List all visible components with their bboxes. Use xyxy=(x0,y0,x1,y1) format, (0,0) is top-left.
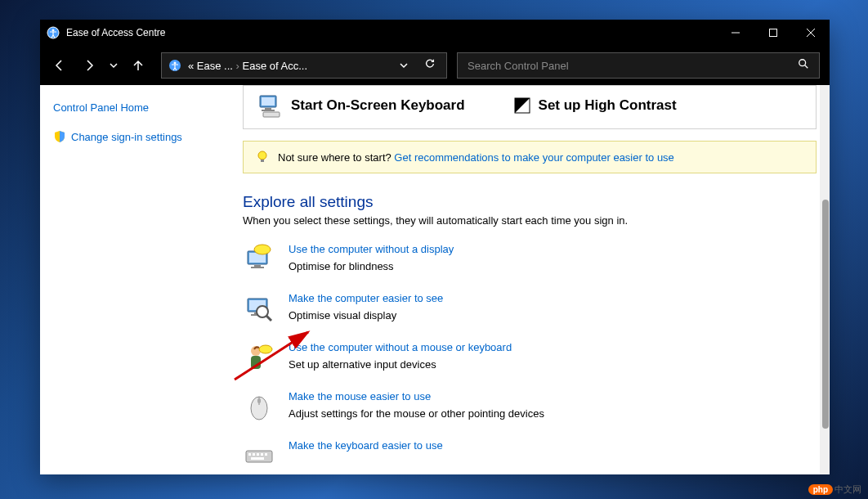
scroll-thumb[interactable] xyxy=(822,200,829,429)
sidebar: Control Panel Home Change sign-in settin… xyxy=(40,85,230,474)
svg-rect-38 xyxy=(257,453,259,456)
lightbulb-icon xyxy=(255,150,270,164)
monitor-magnifier-icon xyxy=(243,292,275,325)
setting-sub: Optimise for blindness xyxy=(289,260,454,272)
svg-rect-36 xyxy=(248,453,251,456)
search-input[interactable] xyxy=(468,60,798,72)
svg-point-1 xyxy=(52,29,55,32)
setting-sub: Set up alternative input devices xyxy=(289,358,512,371)
svg-point-27 xyxy=(257,306,268,317)
info-banner: Not sure where to start? Get recommendat… xyxy=(243,141,817,173)
svg-rect-11 xyxy=(262,97,275,106)
window-title: Ease of Access Centre xyxy=(66,27,717,38)
vertical-scrollbar[interactable] xyxy=(820,85,830,474)
recommendations-link[interactable]: Get recommendations to make your compute… xyxy=(394,151,674,164)
quick-access-box: Start On-Screen Keyboard Set up High Con… xyxy=(243,85,817,129)
info-text: Not sure where to start? Get recommendat… xyxy=(278,151,674,164)
svg-point-8 xyxy=(799,60,806,66)
setting-sub: Optimise visual display xyxy=(289,309,443,321)
search-bar[interactable] xyxy=(457,52,820,79)
svg-rect-17 xyxy=(261,160,264,162)
setting-keyboard-easier: Make the keyboard easier to use xyxy=(243,439,817,472)
setting-easier-to-see: Make the computer easier to see Optimise… xyxy=(243,292,817,325)
main-content: Start On-Screen Keyboard Set up High Con… xyxy=(230,85,830,474)
content-area: Control Panel Home Change sign-in settin… xyxy=(40,85,830,474)
svg-rect-14 xyxy=(263,112,280,117)
breadcrumb-parent[interactable]: Ease ... xyxy=(197,60,233,72)
svg-rect-40 xyxy=(265,453,267,456)
svg-rect-12 xyxy=(265,108,271,110)
without-mouse-keyboard-link[interactable]: Use the computer without a mouse or keyb… xyxy=(289,341,512,353)
forward-button[interactable] xyxy=(76,52,102,79)
svg-point-16 xyxy=(258,151,266,160)
svg-line-9 xyxy=(805,65,808,69)
change-signin-settings-link[interactable]: Change sign-in settings xyxy=(53,130,217,143)
keyboard-monitor-icon xyxy=(257,92,283,119)
svg-rect-21 xyxy=(251,267,264,268)
explore-desc: When you select these settings, they wil… xyxy=(243,214,817,227)
control-panel-window: Ease of Access Centre xyxy=(40,20,830,474)
start-onscreen-keyboard-link[interactable]: Start On-Screen Keyboard xyxy=(257,92,465,119)
svg-rect-37 xyxy=(253,453,255,456)
high-contrast-icon xyxy=(514,97,530,114)
svg-point-22 xyxy=(254,245,271,254)
address-bar[interactable]: « Ease ... › Ease of Acc... xyxy=(161,52,447,79)
svg-rect-3 xyxy=(770,29,777,37)
easier-to-see-link[interactable]: Make the computer easier to see xyxy=(289,292,443,304)
maximize-button[interactable] xyxy=(754,20,792,46)
explore-title: Explore all settings xyxy=(243,193,817,211)
svg-point-7 xyxy=(174,62,177,65)
titlebar: Ease of Access Centre xyxy=(40,20,830,46)
svg-rect-34 xyxy=(257,398,261,403)
keyboard-icon xyxy=(243,439,275,472)
navbar: « Ease ... › Ease of Acc... xyxy=(40,46,830,85)
ease-of-access-icon xyxy=(47,26,60,39)
monitor-speech-icon xyxy=(243,243,275,276)
svg-rect-35 xyxy=(246,451,272,462)
svg-point-31 xyxy=(259,345,272,353)
watermark-badge: php xyxy=(808,484,833,495)
svg-rect-30 xyxy=(251,356,261,369)
without-display-link[interactable]: Use the computer without a display xyxy=(289,243,454,255)
back-button[interactable] xyxy=(47,52,73,79)
svg-rect-41 xyxy=(251,457,264,460)
history-dropdown[interactable] xyxy=(105,52,122,79)
svg-rect-39 xyxy=(261,453,263,456)
setting-without-mouse-keyboard: Use the computer without a mouse or keyb… xyxy=(243,341,817,374)
search-icon[interactable] xyxy=(798,58,809,73)
control-panel-home-link[interactable]: Control Panel Home xyxy=(53,101,217,114)
minimize-button[interactable] xyxy=(717,20,754,46)
shield-icon xyxy=(53,130,66,143)
chevron-right-icon: › xyxy=(236,60,243,72)
address-dropdown[interactable] xyxy=(394,58,414,73)
svg-rect-20 xyxy=(254,265,261,267)
mouse-icon xyxy=(243,390,275,423)
person-speech-icon xyxy=(243,341,275,374)
ease-of-access-icon xyxy=(168,59,181,72)
setting-mouse-easier: Make the mouse easier to use Adjust sett… xyxy=(243,390,817,423)
refresh-button[interactable] xyxy=(420,58,440,73)
setting-sub: Adjust settings for the mouse or other p… xyxy=(289,407,544,420)
svg-line-28 xyxy=(266,316,271,321)
svg-rect-13 xyxy=(262,110,275,111)
keyboard-easier-link[interactable]: Make the keyboard easier to use xyxy=(289,439,443,452)
setting-without-display: Use the computer without a display Optim… xyxy=(243,243,817,276)
watermark: php 中文网 xyxy=(808,483,861,496)
mouse-easier-link[interactable]: Make the mouse easier to use xyxy=(289,390,544,402)
close-button[interactable] xyxy=(792,20,830,46)
setup-high-contrast-link[interactable]: Set up High Contrast xyxy=(514,92,677,119)
breadcrumb: « Ease ... › Ease of Acc... xyxy=(188,60,387,72)
up-button[interactable] xyxy=(125,52,151,79)
breadcrumb-current[interactable]: Ease of Acc... xyxy=(243,60,308,72)
